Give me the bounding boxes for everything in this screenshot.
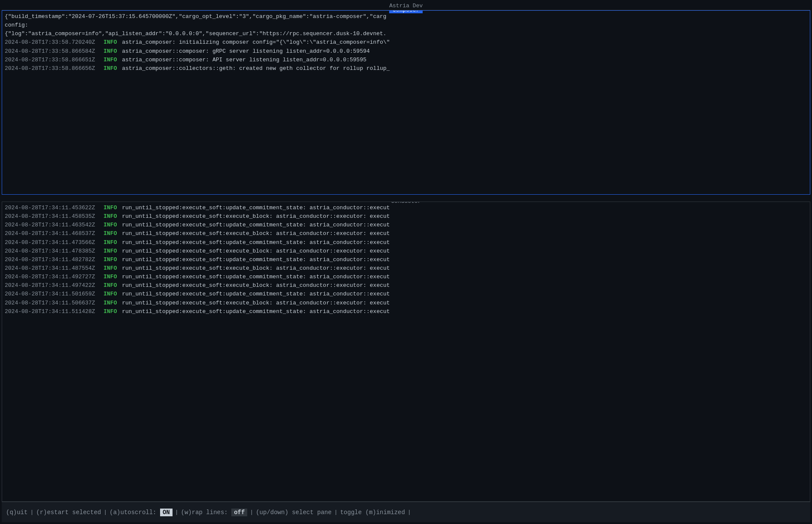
timestamp: 2024-08-28T17:34:11.458535Z [5,212,102,221]
timestamp: 2024-08-28T17:34:11.511428Z [5,307,102,316]
log-line: 2024-08-28T17:34:11.487554Z INFO run_unt… [5,264,807,273]
timestamp: 2024-08-28T17:34:11.506637Z [5,299,102,307]
log-level: INFO [103,281,117,290]
log-body: astria_composer::composer: gRPC server l… [118,47,370,56]
timestamp: 2024-08-28T17:34:11.492727Z [5,273,102,281]
log-line: 2024-08-28T17:33:58.720240Z INFO astria_… [5,38,807,47]
log-line: 2024-08-28T17:34:11.511428Z INFO run_unt… [5,307,807,316]
log-level: INFO [103,221,117,229]
timestamp: 2024-08-28T17:34:11.482782Z [5,256,102,264]
conductor-pane-title[interactable]: Conductor [388,202,424,205]
log-line: 2024-08-28T17:34:11.506637Z INFO run_unt… [5,299,807,307]
conductor-pane-content: 2024-08-28T17:34:11.453622Z INFO run_unt… [2,202,810,318]
composer-pane-content: {"build_timestamp":"2024-07-26T15:37:15.… [2,11,810,75]
sep6: | [408,509,411,515]
log-body: run_until_stopped:execute_soft:execute_b… [118,281,390,290]
sep3: | [175,509,179,515]
minimize-label: toggle (m)inimized [340,509,405,516]
log-body: run_until_stopped:execute_soft:update_co… [118,307,390,316]
timestamp: 2024-08-28T17:34:11.473566Z [5,238,102,247]
sep1: | [30,509,33,515]
log-line: 2024-08-28T17:33:58.866651Z INFO astria_… [5,56,807,64]
log-line: config: [5,21,807,30]
log-level: INFO [103,212,117,221]
sep2: | [103,509,107,515]
composer-pane-title[interactable]: Composer [386,10,426,13]
log-level: INFO [103,204,117,212]
app-title-bar: Astria Dev [2,2,810,10]
composer-pane: Composer {"build_timestamp":"2024-07-26T… [2,10,810,195]
log-body: run_until_stopped:execute_soft:execute_b… [118,264,390,273]
log-line: 2024-08-28T17:34:11.458535Z INFO run_unt… [5,212,807,221]
log-line: 2024-08-28T17:34:11.473566Z INFO run_unt… [5,238,807,247]
timestamp: 2024-08-28T17:33:58.720240Z [5,38,102,47]
log-body: run_until_stopped:execute_soft:update_co… [118,204,390,212]
log-body: astria_composer::composer: API server li… [118,56,366,64]
timestamp: 2024-08-28T17:33:58.866651Z [5,56,102,64]
log-level: INFO [103,47,117,56]
autoscroll-label: (a)utoscroll: [109,509,156,516]
log-level: INFO [103,56,117,64]
log-body: run_until_stopped:execute_soft:update_co… [118,238,390,247]
conductor-pane: Conductor 2024-08-28T17:34:11.453622Z IN… [2,202,810,502]
log-line: {"build_timestamp":"2024-07-26T15:37:15.… [5,12,807,21]
select-pane-label: (up/down) select pane [256,509,331,516]
log-body: run_until_stopped:execute_soft:update_co… [118,290,390,298]
log-body: run_until_stopped:execute_soft:execute_b… [118,229,390,238]
log-level: INFO [103,256,117,264]
sep4: | [250,509,253,515]
timestamp: 2024-08-28T17:34:11.453622Z [5,204,102,212]
timestamp: 2024-08-28T17:33:58.866584Z [5,47,102,56]
timestamp: 2024-08-28T17:34:11.478385Z [5,247,102,256]
panes-wrapper: Composer {"build_timestamp":"2024-07-26T… [2,10,810,502]
wrap-value[interactable]: off [231,509,247,516]
log-level: INFO [103,290,117,298]
log-line: 2024-08-28T17:34:11.453622Z INFO run_unt… [5,204,807,212]
log-level: INFO [103,229,117,238]
log-body: run_until_stopped:execute_soft:execute_b… [118,247,390,256]
log-body: run_until_stopped:execute_soft:execute_b… [118,212,390,221]
quit-label[interactable]: (q)uit [6,509,27,516]
log-level: INFO [103,264,117,273]
log-line: 2024-08-28T17:33:58.866584Z INFO astria_… [5,47,807,56]
log-level: INFO [103,64,117,73]
status-bar: (q)uit | (r)estart selected | (a)utoscro… [2,502,810,522]
log-body: astria_composer: initializing composer c… [118,38,390,47]
log-line: 2024-08-28T17:34:11.468537Z INFO run_unt… [5,229,807,238]
log-level: INFO [103,273,117,281]
sep5: | [334,509,338,515]
timestamp: 2024-08-28T17:34:11.501659Z [5,290,102,298]
log-line: 2024-08-28T17:34:11.463542Z INFO run_unt… [5,221,807,229]
log-line: 2024-08-28T17:34:11.482782Z INFO run_unt… [5,256,807,264]
log-line: 2024-08-28T17:33:58.866656Z INFO astria_… [5,64,807,73]
timestamp: 2024-08-28T17:34:11.487554Z [5,264,102,273]
timestamp: 2024-08-28T17:34:11.463542Z [5,221,102,229]
restart-label[interactable]: (r)estart selected [36,509,101,516]
timestamp: 2024-08-28T17:34:11.497422Z [5,281,102,290]
wrap-label: (w)rap lines: [181,509,228,516]
autoscroll-value[interactable]: ON [160,509,173,516]
log-body: run_until_stopped:execute_soft:update_co… [118,221,390,229]
log-body: run_until_stopped:execute_soft:execute_b… [118,299,390,307]
log-line: {"log":"astria_composer=info","api_liste… [5,30,807,38]
log-level: INFO [103,238,117,247]
log-level: INFO [103,307,117,316]
log-body: run_until_stopped:execute_soft:update_co… [118,256,390,264]
log-body: astria_composer::collectors::geth: creat… [118,64,390,73]
log-body: run_until_stopped:execute_soft:update_co… [118,273,390,281]
log-level: INFO [103,247,117,256]
timestamp: 2024-08-28T17:33:58.866656Z [5,64,102,73]
app-title: Astria Dev [389,3,423,9]
main-container: Astria Dev Composer {"build_timestamp":"… [0,0,812,524]
log-level: INFO [103,299,117,307]
timestamp: 2024-08-28T17:34:11.468537Z [5,229,102,238]
log-line: 2024-08-28T17:34:11.501659Z INFO run_unt… [5,290,807,298]
log-line: 2024-08-28T17:34:11.497422Z INFO run_unt… [5,281,807,290]
log-level: INFO [103,38,117,47]
log-line: 2024-08-28T17:34:11.492727Z INFO run_unt… [5,273,807,281]
log-line: 2024-08-28T17:34:11.478385Z INFO run_unt… [5,247,807,256]
